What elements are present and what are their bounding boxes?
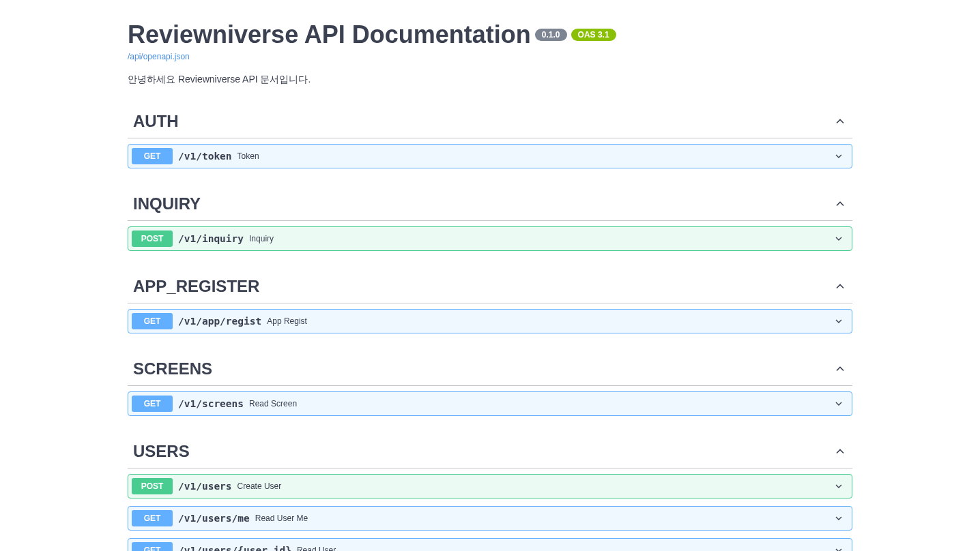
operation-list: POST/v1/inquiryInquiry	[128, 226, 852, 251]
operation-row[interactable]: GET/v1/app/registApp Regist	[128, 309, 852, 333]
operation-summary: App Regist	[267, 316, 833, 326]
operation-list: GET/v1/app/registApp Regist	[128, 309, 852, 333]
tag-name: APP_REGISTER	[133, 277, 259, 296]
method-badge: GET	[132, 396, 173, 412]
chevron-up-icon	[833, 115, 847, 128]
chevron-down-icon	[833, 513, 844, 524]
operation-summary: Read User Me	[255, 513, 833, 523]
operation-path: /v1/users/{user_id}	[178, 545, 291, 551]
operation-row[interactable]: POST/v1/usersCreate User	[128, 474, 852, 498]
operation-path: /v1/users/me	[178, 513, 250, 524]
method-badge: GET	[132, 510, 173, 526]
operation-row[interactable]: GET/v1/screensRead Screen	[128, 391, 852, 416]
version-badge: 0.1.0	[535, 29, 567, 41]
method-badge: POST	[132, 478, 173, 494]
tag-section: USERSPOST/v1/usersCreate UserGET/v1/user…	[128, 435, 852, 551]
chevron-down-icon	[833, 316, 844, 327]
operation-summary: Token	[237, 151, 833, 161]
chevron-up-icon	[833, 197, 847, 211]
operation-row[interactable]: POST/v1/inquiryInquiry	[128, 226, 852, 251]
operation-path: /v1/token	[178, 151, 232, 162]
page-container: Reviewniverse API Documentation 0.1.0 OA…	[128, 0, 852, 551]
tag-section: SCREENSGET/v1/screensRead Screen	[128, 353, 852, 416]
header: Reviewniverse API Documentation 0.1.0 OA…	[128, 20, 852, 86]
chevron-up-icon	[833, 445, 847, 458]
operation-path: /v1/users	[178, 481, 232, 492]
operation-path: /v1/screens	[178, 398, 244, 409]
chevron-down-icon	[833, 233, 844, 244]
chevron-down-icon	[833, 481, 844, 492]
operation-summary: Read Screen	[249, 399, 833, 408]
chevron-down-icon	[833, 398, 844, 409]
method-badge: GET	[132, 148, 173, 164]
tag-header[interactable]: SCREENS	[128, 353, 852, 386]
operation-summary: Create User	[237, 481, 833, 491]
chevron-down-icon	[833, 151, 844, 162]
operation-path: /v1/inquiry	[178, 233, 244, 244]
tag-section: AUTHGET/v1/tokenToken	[128, 105, 852, 168]
spec-link[interactable]: /api/openapi.json	[128, 52, 852, 61]
method-badge: GET	[132, 542, 173, 551]
operation-row[interactable]: GET/v1/users/{user_id}Read User	[128, 538, 852, 551]
tags-root: AUTHGET/v1/tokenTokenINQUIRYPOST/v1/inqu…	[128, 105, 852, 551]
tag-name: USERS	[133, 442, 190, 461]
method-badge: GET	[132, 313, 173, 329]
operation-summary: Inquiry	[249, 234, 833, 243]
page-title: Reviewniverse API Documentation	[128, 20, 531, 49]
tag-name: SCREENS	[133, 359, 212, 378]
tag-section: INQUIRYPOST/v1/inquiryInquiry	[128, 188, 852, 251]
oas-badge: OAS 3.1	[571, 29, 616, 41]
operation-list: GET/v1/screensRead Screen	[128, 391, 852, 416]
title-row: Reviewniverse API Documentation 0.1.0 OA…	[128, 20, 852, 49]
tag-header[interactable]: AUTH	[128, 105, 852, 138]
api-description: 안녕하세요 Reviewniverse API 문서입니다.	[128, 74, 852, 86]
chevron-up-icon	[833, 280, 847, 293]
method-badge: POST	[132, 230, 173, 247]
chevron-down-icon	[833, 545, 844, 551]
operation-summary: Read User	[297, 546, 833, 551]
tag-header[interactable]: INQUIRY	[128, 188, 852, 221]
operation-list: GET/v1/tokenToken	[128, 144, 852, 168]
chevron-up-icon	[833, 362, 847, 376]
tag-name: INQUIRY	[133, 194, 201, 213]
operation-row[interactable]: GET/v1/tokenToken	[128, 144, 852, 168]
operation-list: POST/v1/usersCreate UserGET/v1/users/meR…	[128, 474, 852, 551]
operation-path: /v1/app/regist	[178, 316, 261, 327]
tag-header[interactable]: USERS	[128, 435, 852, 468]
operation-row[interactable]: GET/v1/users/meRead User Me	[128, 506, 852, 531]
tag-section: APP_REGISTERGET/v1/app/registApp Regist	[128, 270, 852, 333]
tag-header[interactable]: APP_REGISTER	[128, 270, 852, 303]
tag-name: AUTH	[133, 112, 179, 131]
